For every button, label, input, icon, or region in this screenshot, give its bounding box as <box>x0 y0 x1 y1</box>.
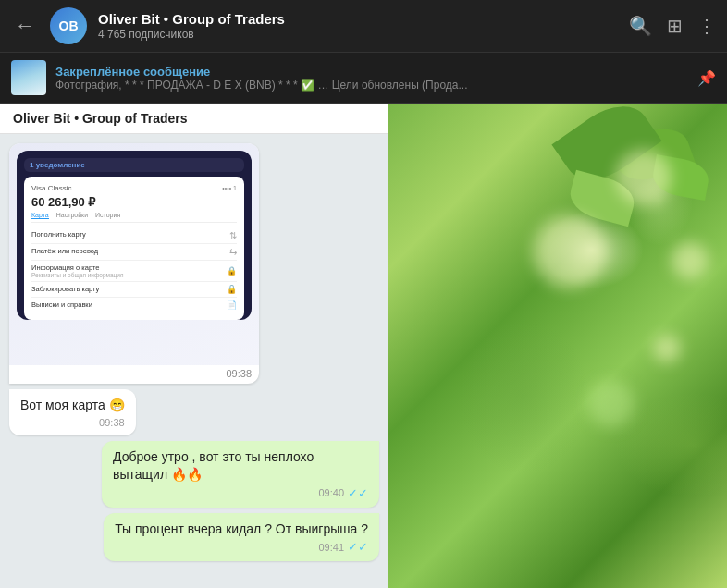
message-footer: 09:41 ✓✓ <box>115 540 368 554</box>
pinned-bar[interactable]: Закреплённое сообщение Фотография, * * *… <box>0 52 727 104</box>
bokeh-decoration <box>672 242 709 279</box>
card-name-label: Visa Classic <box>31 184 71 192</box>
message-footer: 09:38 <box>20 417 125 428</box>
main-area: Oliver Bit • Group of Traders 1 уведомле… <box>0 104 727 588</box>
tab-settings[interactable]: Настройки <box>56 212 88 219</box>
avatar: OB <box>50 7 87 44</box>
chat-panel: Oliver Bit • Group of Traders 1 уведомле… <box>0 104 388 588</box>
message-text: Доброе утро , вот это ты неплохо вытащил… <box>113 448 368 484</box>
message-text: Ты процент вчера кидал ? От выигрыша ? <box>115 521 368 539</box>
menu-topup: Пополнить карту <box>31 230 86 240</box>
search-icon[interactable]: 🔍 <box>629 15 652 37</box>
pinned-text: Закреплённое сообщение Фотография, * * *… <box>55 65 688 92</box>
chat-sub-header: Oliver Bit • Group of Traders <box>0 104 388 134</box>
header-subtitle: 4 765 подписчиков <box>98 28 618 41</box>
message-morning: Доброе утро , вот это ты неплохо вытащил… <box>102 441 379 508</box>
header-info: Oliver Bit • Group of Traders 4 765 подп… <box>98 11 618 41</box>
menu-block: Заблокировать карту <box>31 285 99 294</box>
bokeh-decoration <box>533 214 607 288</box>
menu-statements: Выписки и справки <box>31 300 92 310</box>
message-time: 09:40 <box>318 487 344 498</box>
more-icon[interactable]: ⋮ <box>697 15 716 37</box>
message-percent: Ты процент вчера кидал ? От выигрыша ? 0… <box>104 513 379 562</box>
card-num-label: •••• 1 <box>222 185 237 191</box>
menu-transfer: Платёж или перевод <box>31 247 98 257</box>
menu-info: Информация о карте <box>31 263 123 272</box>
image-message: 1 уведомление Visa Classic •••• 1 60 261… <box>9 143 259 384</box>
bokeh-decoration <box>616 150 672 205</box>
pin-icon: 📌 <box>697 69 716 87</box>
message-card-text: Вот моя карта 😁 09:38 <box>9 389 136 435</box>
header-actions: 🔍 ⊞ ⋮ <box>629 15 716 37</box>
bokeh-decoration <box>653 335 681 362</box>
back-button[interactable]: ← <box>11 10 39 42</box>
read-checkmarks: ✓✓ <box>348 540 368 554</box>
right-panel <box>388 104 727 588</box>
read-checkmarks: ✓✓ <box>348 486 368 500</box>
layout-icon[interactable]: ⊞ <box>667 15 683 37</box>
pinned-label: Закреплённое сообщение <box>55 65 688 79</box>
pinned-thumbnail <box>11 60 46 95</box>
message-time: 09:41 <box>318 542 344 553</box>
message-footer: 09:40 ✓✓ <box>113 486 368 500</box>
bokeh-decoration <box>588 381 635 427</box>
pinned-preview: Фотография, * * * ПРОДАЖА - D E X (BNB) … <box>55 79 688 92</box>
tab-history[interactable]: История <box>95 212 120 219</box>
messages-container[interactable]: 1 уведомление Visa Classic •••• 1 60 261… <box>0 134 388 588</box>
tab-card[interactable]: Карта <box>31 212 49 219</box>
message-time: 09:38 <box>99 417 125 428</box>
card-balance: 60 261,90 ₽ <box>31 195 237 209</box>
message-text: Вот моя карта 😁 <box>20 397 125 415</box>
header-bar: ← OB Oliver Bit • Group of Traders 4 765… <box>0 0 727 52</box>
notification-label: 1 уведомление <box>30 161 85 169</box>
card-screenshot: 1 уведомление Visa Classic •••• 1 60 261… <box>9 143 259 365</box>
image-message-time: 09:38 <box>9 365 259 384</box>
header-title: Oliver Bit • Group of Traders <box>98 11 618 28</box>
